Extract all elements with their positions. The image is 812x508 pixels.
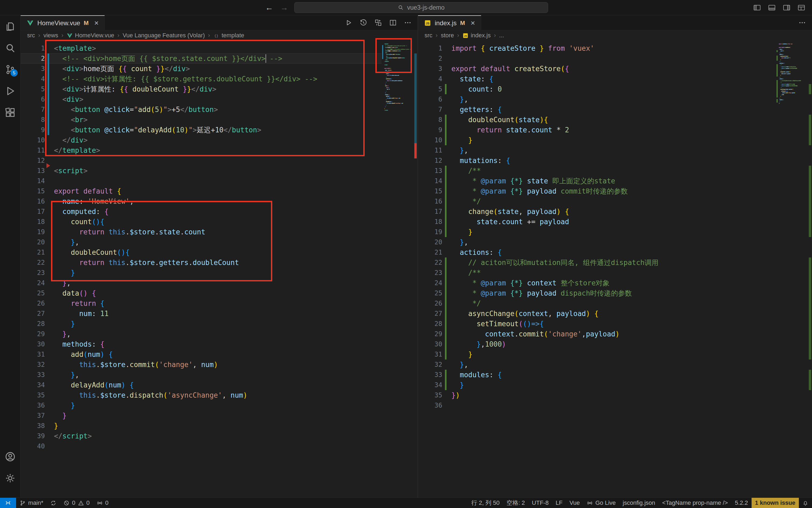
line-number[interactable]: 5 bbox=[418, 84, 442, 94]
code-line[interactable]: 20 }, bbox=[21, 237, 382, 247]
code-line[interactable]: 14 bbox=[21, 176, 382, 186]
tab-homeview-vue[interactable]: HomeView.vue M × bbox=[21, 15, 105, 30]
split-icon[interactable] bbox=[389, 19, 397, 27]
code-line[interactable]: 34 delayAdd(num) { bbox=[21, 380, 382, 390]
line-number[interactable]: 18 bbox=[418, 217, 442, 227]
diff-icon[interactable] bbox=[374, 19, 382, 27]
breadcrumb-item[interactable]: {}template bbox=[213, 32, 244, 39]
line-number[interactable]: 19 bbox=[21, 227, 45, 237]
line-number[interactable]: 16 bbox=[21, 196, 45, 207]
line-number[interactable]: 23 bbox=[418, 268, 442, 278]
panel-bottom-icon[interactable] bbox=[768, 3, 776, 12]
activity-bar-item-extensions[interactable] bbox=[4, 106, 17, 119]
close-tab-icon[interactable]: × bbox=[471, 19, 475, 27]
status-item-utf-8[interactable]: UTF-8 bbox=[528, 498, 552, 508]
code-line[interactable]: 27 asyncChange(context, payload) { bbox=[418, 308, 776, 319]
code-line[interactable]: 24 }, bbox=[21, 278, 382, 288]
line-number[interactable]: 1 bbox=[21, 43, 45, 53]
code-line[interactable]: 28 } bbox=[21, 319, 382, 329]
code-line[interactable]: 9 <button @click="delayAdd(10)">延迟+10</b… bbox=[21, 125, 382, 135]
code-line[interactable]: 1import { createStore } from 'vuex' bbox=[418, 43, 776, 53]
breadcrumb-item[interactable]: views bbox=[43, 32, 58, 39]
status-item-tagname-prop-name[interactable]: <TagName prop-name /> bbox=[659, 498, 731, 508]
code-line[interactable]: 5 <div>计算属性: {{ doubleCount }}</div> bbox=[21, 84, 382, 94]
more-icon[interactable] bbox=[798, 19, 806, 27]
branch-indicator[interactable]: main* bbox=[16, 498, 47, 508]
line-number[interactable]: 33 bbox=[418, 370, 442, 380]
line-number[interactable]: 13 bbox=[418, 166, 442, 176]
code-line[interactable]: 16 name: 'HomeView', bbox=[21, 196, 382, 207]
problems-indicator[interactable]: 00 bbox=[60, 498, 93, 508]
code-line[interactable]: 16 */ bbox=[418, 196, 776, 207]
line-number[interactable]: 2 bbox=[21, 53, 45, 64]
code-line[interactable]: 15export default { bbox=[21, 186, 382, 196]
line-number[interactable]: 24 bbox=[418, 278, 442, 288]
code-line[interactable]: 31 } bbox=[418, 349, 776, 359]
code-line[interactable]: 14 * @param {*} state 即上面定义的state bbox=[418, 176, 776, 186]
line-number[interactable]: 29 bbox=[21, 329, 45, 339]
line-number[interactable]: 11 bbox=[418, 145, 442, 156]
code-line[interactable]: 20 }, bbox=[418, 237, 776, 247]
line-number[interactable]: 40 bbox=[21, 441, 45, 451]
code-line[interactable]: 18 count(){ bbox=[21, 217, 382, 227]
code-line[interactable]: 26 return { bbox=[21, 298, 382, 308]
code-line[interactable]: 15 * @param {*} payload commit时传递的参数 bbox=[418, 186, 776, 196]
line-number[interactable]: 27 bbox=[21, 308, 45, 319]
status-item-jsconfig-json[interactable]: jsconfig.json bbox=[619, 498, 659, 508]
panel-right-icon[interactable] bbox=[782, 3, 791, 12]
activity-bar-item-settings[interactable] bbox=[4, 472, 17, 484]
code-line[interactable]: 4 state: { bbox=[418, 74, 776, 84]
code-line[interactable]: 3 <div>home页面 {{ count }}</div> bbox=[21, 64, 382, 74]
close-tab-icon[interactable]: × bbox=[94, 19, 98, 27]
activity-bar-item-explorer[interactable] bbox=[4, 20, 17, 33]
code-line[interactable]: 29 }, bbox=[21, 329, 382, 339]
code-line[interactable]: 30 methods: { bbox=[21, 339, 382, 349]
code-line[interactable]: 32 this.$store.commit('change', num) bbox=[21, 359, 382, 370]
minimap-left[interactable]: <template> <!-- <div>home页面 {{ $store.st… bbox=[382, 41, 414, 498]
line-number[interactable]: 20 bbox=[418, 237, 442, 247]
line-number[interactable]: 6 bbox=[21, 94, 45, 104]
line-number[interactable]: 22 bbox=[418, 257, 442, 268]
breadcrumb-item[interactable]: JSindex.js bbox=[462, 32, 491, 39]
line-number[interactable]: 34 bbox=[21, 380, 45, 390]
code-line[interactable]: 23 } bbox=[21, 268, 382, 278]
code-line[interactable]: 30 },1000) bbox=[418, 339, 776, 349]
code-line[interactable]: 17 change(state, payload) { bbox=[418, 207, 776, 217]
sync-button[interactable] bbox=[47, 498, 60, 508]
code-line[interactable]: 7 <button @click="add(5)">+5</button> bbox=[21, 104, 382, 115]
code-line[interactable]: 19 } bbox=[418, 227, 776, 237]
line-number[interactable]: 36 bbox=[21, 400, 45, 411]
line-number[interactable]: 31 bbox=[21, 349, 45, 359]
line-number[interactable]: 39 bbox=[21, 431, 45, 441]
code-line[interactable]: 38} bbox=[21, 421, 382, 431]
code-line[interactable]: 23 /** bbox=[418, 268, 776, 278]
line-number[interactable]: 30 bbox=[21, 339, 45, 349]
nav-forward-button[interactable]: → bbox=[279, 2, 290, 13]
code-line[interactable]: 36 } bbox=[21, 400, 382, 411]
line-number[interactable]: 7 bbox=[418, 104, 442, 115]
line-number[interactable]: 18 bbox=[21, 217, 45, 227]
code-line[interactable]: 25 data() { bbox=[21, 288, 382, 298]
code-line[interactable]: 31 add(num) { bbox=[21, 349, 382, 359]
code-line[interactable]: 34 } bbox=[418, 380, 776, 390]
line-number[interactable]: 3 bbox=[21, 64, 45, 74]
activity-bar-item-source-control[interactable]: 5 bbox=[4, 63, 17, 76]
line-number[interactable]: 35 bbox=[418, 390, 442, 400]
line-number[interactable]: 8 bbox=[21, 115, 45, 125]
line-number[interactable]: 10 bbox=[21, 135, 45, 145]
code-line[interactable]: 17 computed: { bbox=[21, 207, 382, 217]
line-number[interactable]: 25 bbox=[418, 288, 442, 298]
code-line[interactable]: 13 /** bbox=[418, 166, 776, 176]
code-line[interactable]: 7 getters: { bbox=[418, 104, 776, 115]
line-number[interactable]: 38 bbox=[21, 421, 45, 431]
breadcrumb-item[interactable]: HomeView.vue bbox=[67, 32, 114, 39]
more-icon[interactable] bbox=[404, 19, 412, 27]
activity-bar-item-account[interactable] bbox=[4, 450, 17, 463]
line-number[interactable]: 12 bbox=[418, 156, 442, 166]
line-number[interactable]: 15 bbox=[21, 186, 45, 196]
line-number[interactable]: 14 bbox=[21, 176, 45, 186]
code-line[interactable]: 35 this.$store.dispatch('asyncChange', n… bbox=[21, 390, 382, 400]
code-line[interactable]: 40 bbox=[21, 441, 382, 451]
line-number[interactable]: 37 bbox=[21, 411, 45, 421]
code-line[interactable]: 35}) bbox=[418, 390, 776, 400]
